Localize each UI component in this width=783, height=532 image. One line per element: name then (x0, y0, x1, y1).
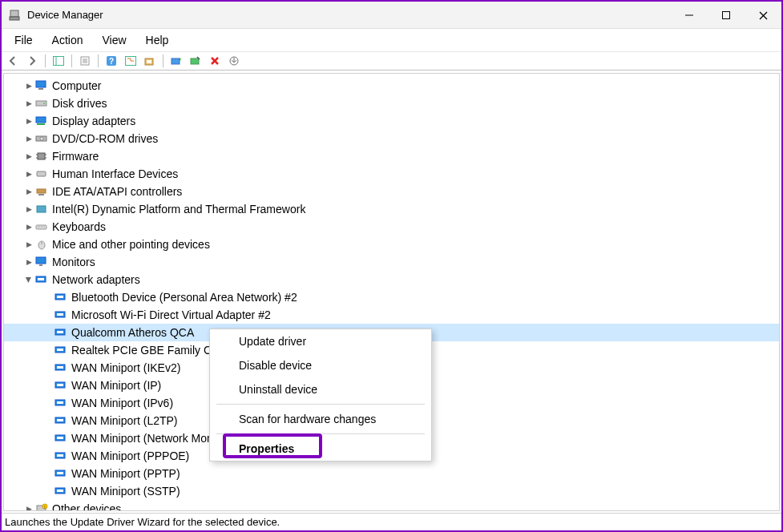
svg-rect-1 (10, 17, 19, 20)
network-adapter-icon (54, 379, 68, 392)
tree-label: WAN Miniport (L2TP) (71, 414, 178, 427)
menu-file[interactable]: File (5, 30, 42, 50)
mouse-icon (34, 238, 49, 251)
svg-text:!: ! (44, 505, 45, 510)
window-title: Device Manager (27, 9, 671, 21)
disable-toolbar-icon[interactable] (188, 54, 204, 68)
chevron-right-icon[interactable]: ▶ (23, 221, 34, 232)
monitor-icon (34, 256, 49, 268)
uninstall-toolbar-icon[interactable] (207, 54, 223, 68)
chevron-right-icon[interactable]: ▶ (23, 133, 34, 144)
chevron-right-icon[interactable]: ▶ (23, 98, 34, 109)
tree-label: Other devices (52, 502, 121, 511)
svg-rect-46 (38, 278, 44, 280)
help-toolbar-icon[interactable]: ? (103, 54, 119, 68)
context-menu-separator (216, 404, 425, 405)
titlebar: Device Manager (2, 2, 781, 29)
svg-rect-52 (57, 331, 63, 333)
menu-action[interactable]: Action (42, 30, 93, 50)
chevron-right-icon[interactable]: ▶ (23, 168, 34, 179)
tree-label: Human Interface Devices (52, 167, 178, 180)
tree-device-item[interactable]: WAN Miniport (PPTP) (4, 465, 779, 482)
toolbar-separator (98, 54, 99, 67)
svg-rect-27 (37, 123, 45, 125)
chevron-right-icon[interactable]: ▶ (23, 80, 34, 91)
tree-label: Keyboards (52, 220, 106, 233)
show-hide-tree-icon[interactable] (50, 54, 67, 68)
tree-category-disk-drives[interactable]: ▶ Disk drives (4, 95, 779, 112)
tree-category-mice[interactable]: ▶ Mice and other pointing devices (4, 236, 779, 253)
ctx-uninstall-device[interactable]: Uninstall device (210, 377, 431, 401)
svg-rect-64 (57, 437, 63, 439)
tree-category-other-devices[interactable]: ▶ ! Other devices (4, 500, 779, 511)
properties-toolbar-icon[interactable] (77, 54, 93, 68)
tree-category-keyboards[interactable]: ▶ Keyboards (4, 218, 779, 236)
ide-ata-icon (34, 185, 49, 198)
ctx-disable-device[interactable]: Disable device (210, 353, 431, 377)
tree-label: WAN Miniport (SSTP) (71, 485, 180, 498)
tree-label: Display adapters (52, 115, 135, 127)
svg-rect-26 (36, 117, 46, 123)
tree-device-item[interactable]: Bluetooth Device (Personal Area Network)… (4, 288, 779, 306)
chevron-right-icon[interactable]: ▶ (23, 204, 34, 215)
forward-icon[interactable] (24, 54, 40, 68)
hid-icon (34, 167, 49, 180)
svg-rect-0 (10, 10, 18, 17)
toolbar-separator (45, 54, 46, 67)
svg-rect-30 (38, 153, 45, 159)
back-icon[interactable] (5, 54, 21, 68)
network-adapter-icon (54, 291, 68, 304)
context-menu-separator (216, 433, 425, 434)
tree-category-intel-dptf[interactable]: ▶ Intel(R) Dynamic Platform and Thermal … (4, 200, 779, 218)
other-device-icon: ! (34, 502, 49, 511)
minimize-button[interactable] (671, 2, 708, 29)
tree-category-display-adapters[interactable]: ▶ Display adapters (4, 112, 779, 130)
chevron-right-icon[interactable]: ▶ (23, 186, 34, 197)
eject-toolbar-icon[interactable] (226, 54, 242, 68)
svg-text:?: ? (109, 57, 114, 66)
computer-icon (34, 79, 49, 92)
firmware-icon (34, 150, 49, 163)
tree-category-monitors[interactable]: ▶ Monitors (4, 253, 779, 271)
tree-label: Qualcomm Atheros QCA (71, 326, 197, 339)
window-controls (671, 2, 781, 28)
chevron-right-icon[interactable]: ▶ (23, 115, 34, 127)
svg-rect-43 (36, 257, 46, 264)
close-button[interactable] (745, 2, 781, 29)
network-adapter-icon (54, 432, 68, 445)
network-adapter-icon (54, 449, 68, 462)
ctx-update-driver[interactable]: Update driver (210, 329, 431, 353)
menu-view[interactable]: View (92, 30, 135, 50)
ctx-properties[interactable]: Properties (210, 437, 431, 461)
svg-rect-37 (38, 194, 44, 195)
tree-label: Mice and other pointing devices (52, 238, 210, 251)
menu-help[interactable]: Help (136, 30, 179, 50)
svg-rect-36 (37, 189, 46, 193)
maximize-button[interactable] (708, 2, 745, 29)
svg-rect-56 (57, 366, 63, 369)
update-driver-toolbar-icon[interactable] (168, 54, 184, 68)
chevron-right-icon[interactable]: ▶ (23, 256, 34, 268)
chevron-right-icon[interactable]: ▶ (23, 151, 34, 162)
tree-category-firmware[interactable]: ▶ Firmware (4, 147, 779, 165)
chevron-down-icon[interactable]: ▶ (23, 274, 34, 285)
menu-bar: File Action View Help (2, 29, 781, 51)
chevron-right-icon[interactable]: ▶ (23, 503, 34, 511)
chevron-right-icon[interactable]: ▶ (23, 239, 34, 250)
ctx-scan-hardware[interactable]: Scan for hardware changes (210, 407, 431, 431)
tree-device-item[interactable]: WAN Miniport (SSTP) (4, 482, 779, 500)
keyboard-icon (34, 220, 49, 233)
tree-category-computer[interactable]: ▶ Computer (4, 77, 779, 95)
network-adapter-icon (54, 397, 68, 409)
action-toolbar-icon[interactable] (123, 54, 139, 68)
tree-category-dvd-cdrom[interactable]: ▶ DVD/CD-ROM drives (4, 130, 779, 147)
tree-category-hid[interactable]: ▶ Human Interface Devices (4, 165, 779, 183)
svg-rect-70 (57, 490, 63, 492)
tree-label: Disk drives (52, 97, 107, 110)
network-adapter-icon (54, 361, 68, 374)
tree-category-ide-ata[interactable]: ▶ IDE ATA/ATAPI controllers (4, 183, 779, 200)
network-adapter-icon (34, 273, 49, 286)
tree-category-network-adapters[interactable]: ▶ Network adapters (4, 271, 779, 288)
scan-hardware-icon[interactable] (142, 54, 158, 68)
tree-device-item[interactable]: Microsoft Wi-Fi Direct Virtual Adapter #… (4, 306, 779, 324)
